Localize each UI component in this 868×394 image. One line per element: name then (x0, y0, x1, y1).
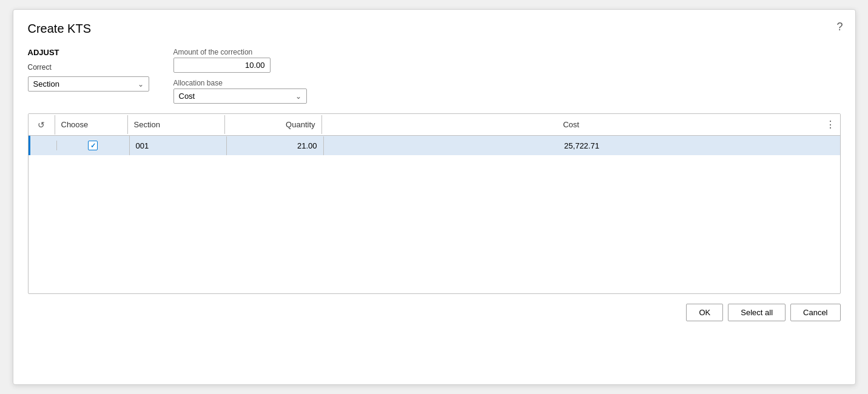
allocation-dropdown-value: Cost (179, 92, 195, 101)
table-body: 001 21.00 25,722.71 (29, 136, 840, 293)
column-header-cost: Cost (322, 115, 821, 134)
left-form: ADJUST Correct Section ⌄ (28, 48, 149, 92)
correct-label: Correct (28, 63, 149, 72)
help-icon[interactable]: ? (836, 21, 843, 33)
row-refresh-spacer (30, 141, 57, 150)
column-header-quantity: Quantity (225, 115, 322, 134)
correct-dropdown[interactable]: Section ⌄ (28, 76, 149, 92)
footer-buttons: OK Select all Cancel (28, 304, 841, 321)
correct-dropdown-arrow: ⌄ (138, 80, 144, 88)
dialog-title: Create KTS (28, 22, 841, 36)
table-header: ↺ Choose Section Quantity Cost ⋮ (29, 114, 840, 136)
row-section: 001 (130, 136, 227, 155)
amount-input[interactable] (173, 58, 271, 73)
row-quantity: 21.00 (227, 136, 324, 155)
row-cost: 25,722.71 (324, 136, 840, 155)
column-header-section: Section (128, 115, 225, 134)
create-kts-dialog: ? Create KTS ADJUST Correct Section ⌄ Am… (13, 9, 856, 385)
column-header-choose: Choose (55, 115, 128, 134)
right-form: Amount of the correction Allocation base… (173, 48, 307, 104)
refresh-header-icon[interactable]: ↺ (29, 115, 55, 135)
table-row[interactable]: 001 21.00 25,722.71 (29, 136, 840, 155)
adjust-label: ADJUST (28, 48, 149, 57)
row-checkbox[interactable] (88, 141, 98, 150)
allocation-dropdown[interactable]: Cost ⌄ (173, 88, 307, 104)
allocation-dropdown-arrow: ⌄ (295, 92, 301, 101)
cancel-button[interactable]: Cancel (790, 304, 840, 321)
column-menu-icon[interactable]: ⋮ (821, 114, 840, 135)
ok-button[interactable]: OK (686, 304, 723, 321)
select-all-button[interactable]: Select all (728, 304, 786, 321)
row-choose-cell[interactable] (57, 136, 130, 155)
allocation-label: Allocation base (173, 79, 307, 87)
correct-dropdown-value: Section (33, 79, 59, 88)
form-section: ADJUST Correct Section ⌄ Amount of the c… (28, 48, 841, 104)
data-table: ↺ Choose Section Quantity Cost ⋮ 001 21.… (28, 113, 841, 294)
amount-label: Amount of the correction (173, 48, 307, 56)
